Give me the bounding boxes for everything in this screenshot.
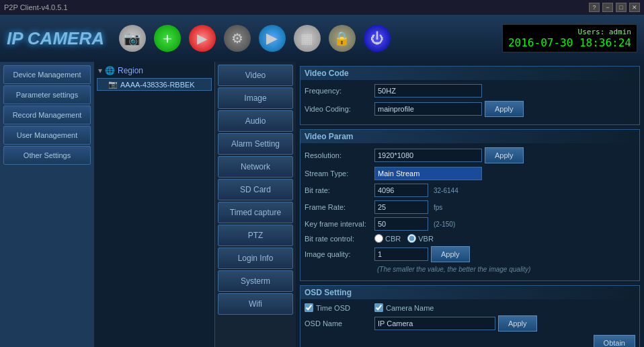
- stream-type-label: Stream Type:: [305, 169, 372, 178]
- image-quality-hint-row: (The smaller the value, the better the i…: [305, 266, 635, 273]
- lock-icon[interactable]: 🔒: [329, 25, 356, 52]
- video-coding-select[interactable]: mainprofile baseline highprofile: [374, 102, 482, 116]
- active-mode-icon[interactable]: ▶: [259, 25, 286, 52]
- bit-rate-input[interactable]: [374, 184, 428, 197]
- collapse-icon[interactable]: ▾: [98, 66, 102, 75]
- bit-rate-control-row: Bit rate control: CBR VBR: [305, 234, 635, 243]
- app-logo: IP CAMERA: [7, 28, 104, 49]
- tab-audio[interactable]: Audio: [218, 110, 293, 132]
- resolution-label: Resolution:: [305, 151, 372, 159]
- obtain-button[interactable]: Obtain: [594, 335, 635, 347]
- resolution-select[interactable]: 1920*1080 1280*720 640*480: [374, 149, 482, 162]
- resolution-row: Resolution: 1920*1080 1280*720 640*480 A…: [305, 147, 635, 163]
- bit-rate-range: 32-6144: [434, 187, 458, 194]
- tab-sd-card[interactable]: SD Card: [218, 179, 293, 200]
- video-param-label: Video Param: [305, 132, 353, 141]
- image-quality-label: Image quality:: [305, 250, 372, 258]
- sidebar-item-parameter-settings[interactable]: Parameter settings: [3, 85, 91, 104]
- vbr-label: VBR: [418, 235, 434, 243]
- video-param-apply-button[interactable]: Apply: [485, 147, 524, 163]
- device-tree: ▾ 🌐 Region 📷 AAAA-438336-RBBEK: [94, 62, 215, 347]
- settings-panel: Video Code Frequency: 50HZ 60HZ Video Co…: [296, 62, 644, 347]
- region-icon: 🌐: [105, 66, 115, 75]
- cbr-radio[interactable]: [374, 234, 383, 243]
- sidebar-item-other-settings[interactable]: Other Settings: [3, 146, 91, 165]
- device-icon: 📷: [108, 80, 118, 89]
- key-frame-range: (2-150): [434, 221, 455, 228]
- tab-systerm[interactable]: Systerm: [218, 270, 293, 292]
- tab-timed-capture[interactable]: Timed capture: [218, 202, 293, 223]
- video-param-section: Video Param Resolution: 1920*1080 1280*7…: [300, 129, 640, 281]
- video-code-label: Video Code: [305, 69, 349, 78]
- vbr-radio-label[interactable]: VBR: [407, 234, 434, 243]
- region-label: Region: [118, 66, 143, 75]
- title-bar: P2P Client-v4.0.5.1 ? − □ ✕: [0, 0, 644, 15]
- tab-login-info[interactable]: Login Info: [218, 247, 293, 269]
- users-label: Users: admin: [508, 28, 631, 36]
- tree-device-item[interactable]: 📷 AAAA-438336-RBBEK: [97, 78, 212, 91]
- time-osd-label[interactable]: Time OSD: [305, 303, 350, 312]
- bit-rate-control-label: Bit rate control:: [305, 235, 372, 243]
- grid-view-icon[interactable]: ▦: [294, 25, 321, 52]
- osd-name-label: OSD Name: [305, 319, 372, 327]
- frame-rate-select[interactable]: 25151051: [374, 200, 428, 214]
- image-quality-select[interactable]: 123456: [374, 247, 428, 261]
- datetime-display: Users: admin 2016-07-30 18:36:24: [502, 24, 637, 52]
- sidebar-item-device-management[interactable]: Device Management: [3, 65, 91, 84]
- ptz-icon[interactable]: ⚙: [224, 25, 251, 52]
- video-code-section: Video Code Frequency: 50HZ 60HZ Video Co…: [300, 66, 640, 125]
- time-osd-checkbox[interactable]: [305, 303, 313, 312]
- osd-setting-section: OSD Setting Time OSD Camera Name OSD Nam…: [300, 285, 640, 347]
- frame-rate-label: Frame Rate:: [305, 203, 372, 211]
- help-button[interactable]: ?: [589, 3, 600, 12]
- playback-icon[interactable]: ▶: [189, 25, 216, 52]
- image-quality-row: Image quality: 123456 Apply: [305, 246, 635, 262]
- osd-apply-button[interactable]: Apply: [498, 315, 537, 332]
- tab-network[interactable]: Network: [218, 156, 293, 178]
- video-code-apply-button[interactable]: Apply: [485, 101, 524, 117]
- minimize-button[interactable]: −: [602, 3, 613, 12]
- osd-setting-label: OSD Setting: [305, 288, 352, 297]
- image-quality-hint: (The smaller the value, the better the i…: [377, 266, 530, 273]
- sidebar-item-user-management[interactable]: User Management: [3, 126, 91, 145]
- cbr-radio-label[interactable]: CBR: [374, 234, 401, 243]
- frame-rate-unit: fps: [434, 204, 442, 211]
- osd-name-input[interactable]: [374, 317, 495, 330]
- camera-icon[interactable]: 📷: [119, 25, 146, 52]
- video-coding-label: Video Coding:: [305, 105, 372, 113]
- osd-setting-content: Time OSD Camera Name OSD Name Apply Obta…: [300, 299, 639, 347]
- key-frame-input[interactable]: [374, 217, 428, 231]
- header: IP CAMERA 📷 ＋ ▶ ⚙ ▶ ▦ 🔒 ⏻ Users: admin 2…: [0, 15, 644, 62]
- obtain-row: Obtain: [305, 335, 635, 347]
- video-param-apply2-button[interactable]: Apply: [431, 246, 470, 262]
- app-title: P2P Client-v4.0.5.1: [4, 3, 68, 11]
- osd-name-row: OSD Name Apply: [305, 315, 635, 332]
- tab-image[interactable]: Image: [218, 87, 293, 109]
- camera-name-checkbox[interactable]: [374, 303, 383, 312]
- frequency-select[interactable]: 50HZ 60HZ: [374, 84, 482, 98]
- sidebar-item-record-management[interactable]: Record Management: [3, 106, 91, 124]
- bit-rate-row: Bit rate: 32-6144: [305, 184, 635, 197]
- cbr-label: CBR: [385, 235, 401, 243]
- stream-type-select[interactable]: Main Stream Sub Stream: [374, 167, 482, 180]
- main-layout: Device Management Parameter settings Rec…: [0, 62, 644, 347]
- tab-video[interactable]: Video: [218, 65, 293, 86]
- camera-name-label[interactable]: Camera Name: [374, 303, 434, 312]
- power-icon[interactable]: ⏻: [364, 25, 391, 52]
- osd-setting-title: OSD Setting: [300, 286, 639, 299]
- key-frame-row: Key frame interval: (2-150): [305, 217, 635, 231]
- tab-ptz[interactable]: PTZ: [218, 225, 293, 246]
- close-button[interactable]: ✕: [629, 3, 640, 12]
- add-device-icon[interactable]: ＋: [154, 25, 181, 52]
- tab-wifi[interactable]: Wifi: [218, 293, 293, 315]
- video-code-title: Video Code: [300, 67, 639, 80]
- datetime-value: 2016-07-30 18:36:24: [508, 36, 631, 49]
- tree-region: ▾ 🌐 Region: [97, 65, 212, 77]
- tab-alarm-setting[interactable]: Alarm Setting: [218, 133, 293, 155]
- settings-tabs: Video Image Audio Alarm Setting Network …: [215, 62, 296, 347]
- restore-button[interactable]: □: [616, 3, 627, 12]
- video-coding-row: Video Coding: mainprofile baseline highp…: [305, 101, 635, 117]
- vbr-radio[interactable]: [407, 234, 416, 243]
- frequency-row: Frequency: 50HZ 60HZ: [305, 84, 635, 98]
- key-frame-label: Key frame interval:: [305, 220, 372, 228]
